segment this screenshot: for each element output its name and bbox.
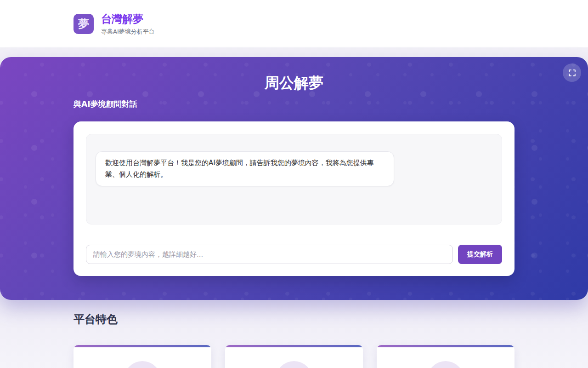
app-logo: 夢: [74, 14, 94, 34]
app-title: 台灣解夢: [101, 12, 155, 26]
chat-input-row: 提交解析: [86, 245, 502, 264]
chat-message-window[interactable]: 歡迎使用台灣解夢平台！我是您的AI夢境顧問，請告訴我您的夢境內容，我將為您提供專…: [86, 134, 502, 224]
brand-text: 台灣解夢 專業AI夢境分析平台: [101, 12, 155, 36]
features-section: 平台特色: [74, 312, 514, 368]
card-accent-bar: [74, 345, 211, 347]
feature-cards-row: [74, 345, 514, 368]
feature-card: [225, 345, 363, 368]
hero-title: 周公解夢: [0, 57, 588, 93]
chat-card: 歡迎使用台灣解夢平台！我是您的AI夢境顧問，請告訴我您的夢境內容，我將為您提供專…: [74, 121, 514, 276]
dream-content-input[interactable]: [86, 245, 453, 264]
circle-icon-placeholder: [427, 361, 464, 368]
card-accent-bar: [225, 345, 363, 347]
logo-dream-glyph: 夢: [78, 17, 89, 31]
circle-icon-placeholder: [276, 361, 312, 368]
app-header: 夢 台灣解夢 專業AI夢境分析平台: [0, 0, 588, 47]
assistant-welcome-bubble: 歡迎使用台灣解夢平台！我是您的AI夢境顧問，請告訴我您的夢境內容，我將為您提供專…: [96, 151, 394, 186]
submit-analysis-button[interactable]: 提交解析: [458, 245, 502, 264]
feature-card: [377, 345, 514, 368]
app-subtitle: 專業AI夢境分析平台: [101, 28, 155, 36]
card-accent-bar: [377, 345, 514, 347]
hero-section: 周公解夢 與AI夢境顧問對話 歡迎使用台灣解夢平台！我是您的AI夢境顧問，請告訴…: [0, 57, 588, 300]
feature-card: [74, 345, 211, 368]
fullscreen-expand-icon: [568, 69, 577, 77]
hero-subtitle: 與AI夢境顧問對話: [74, 98, 514, 109]
fullscreen-button[interactable]: [563, 63, 581, 82]
circle-icon-placeholder: [124, 361, 161, 368]
features-heading: 平台特色: [74, 312, 514, 327]
